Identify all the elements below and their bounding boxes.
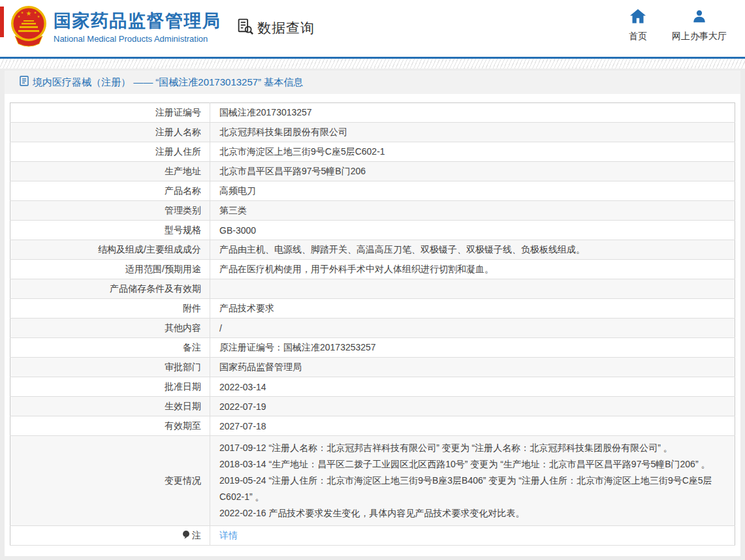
- table-row: 注册人名称 北京冠邦科技集团股份有限公司: [10, 123, 735, 142]
- row-label: 型号规格: [10, 221, 210, 240]
- row-value: 国械注准20173013257: [210, 103, 735, 123]
- table-row-note: 注 详情: [10, 526, 735, 546]
- document-icon: [20, 76, 29, 89]
- row-value: 第三类: [210, 201, 735, 221]
- row-label: 有效期至: [10, 416, 210, 436]
- row-label: 变更情况: [10, 436, 210, 526]
- row-label: 结构及组成/主要组成成分: [10, 240, 210, 260]
- row-value: 原注册证编号：国械注准20173253257: [210, 338, 735, 358]
- svg-text:★: ★: [18, 14, 21, 18]
- row-label: 生产地址: [10, 162, 210, 181]
- national-emblem-icon: ★ ★ ★ ★ ★: [10, 5, 48, 49]
- row-value: 产品技术要求: [210, 299, 735, 319]
- row-value: 2022-03-14: [210, 377, 735, 397]
- table-row: 产品名称 高频电刀: [10, 181, 735, 201]
- data-query-icon: [236, 18, 254, 38]
- detail-link[interactable]: 详情: [219, 530, 238, 540]
- row-label: 注册人名称: [10, 123, 210, 142]
- header-nav: 首页 网上办事大厅: [629, 9, 727, 42]
- table-row: 有效期至 2027-07-18: [10, 416, 735, 436]
- home-icon: [630, 9, 646, 26]
- agency-name-zh: 国家药品监督管理局: [54, 10, 221, 31]
- svg-text:★: ★: [37, 14, 40, 18]
- table-row: 适用范围/预期用途 产品在医疗机构使用，用于外科手术中对人体组织进行切割和凝血。: [10, 260, 735, 279]
- table-row: 批准日期 2022-03-14: [10, 377, 735, 397]
- page-title: 境内医疗器械（注册） —— “国械注准20173013257” 基本信息: [33, 76, 303, 89]
- row-value: 产品在医疗机构使用，用于外科手术中对人体组织进行切割和凝血。: [210, 260, 735, 279]
- row-label: 管理类别: [10, 201, 210, 221]
- row-label-text: 注: [192, 530, 201, 540]
- data-query-section[interactable]: 数据查询: [236, 18, 315, 38]
- row-label: 备注: [10, 338, 210, 358]
- nav-home[interactable]: 首页: [629, 9, 647, 42]
- table-row: 附件 产品技术要求: [10, 299, 735, 319]
- main-content: 境内医疗器械（注册） —— “国械注准20173013257” 基本信息 注册证…: [5, 70, 740, 556]
- row-value: 北京市昌平区昌平路97号5幢B门206: [210, 162, 735, 181]
- table-row: 生效日期 2022-07-19: [10, 397, 735, 416]
- table-row: 结构及组成/主要组成成分 产品由主机、电源线、脚踏开关、高温高压刀笔、双极镊子、…: [10, 240, 735, 260]
- row-value: GB-3000: [210, 221, 735, 240]
- svg-text:★: ★: [21, 10, 24, 14]
- row-value: 北京市海淀区上地三街9号C座5层C602-1: [210, 142, 735, 162]
- row-label: 注: [10, 526, 210, 546]
- table-row: 其他内容 /: [10, 319, 735, 338]
- row-label: 批准日期: [10, 377, 210, 397]
- row-label: 产品名称: [10, 181, 210, 201]
- agency-title-block: 国家药品监督管理局 National Medical Products Admi…: [54, 10, 221, 44]
- user-icon: [692, 9, 706, 26]
- svg-text:★: ★: [26, 10, 32, 17]
- row-label: 注册证编号: [10, 103, 210, 123]
- page-header: ★ ★ ★ ★ ★ 国家药品监督管理局 National Medical Pro…: [0, 0, 745, 59]
- table-row: 生产地址 北京市昌平区昌平路97号5幢B门206: [10, 162, 735, 181]
- row-value: 北京冠邦科技集团股份有限公司: [210, 123, 735, 142]
- row-value: [210, 279, 735, 299]
- row-label: 产品储存条件及有效期: [10, 279, 210, 299]
- hatch-decoration-band: [0, 59, 745, 69]
- row-value: /: [210, 319, 735, 338]
- row-value: 产品由主机、电源线、脚踏开关、高温高压刀笔、双极镊子、双极镊子线、负极板线组成。: [210, 240, 735, 260]
- breadcrumb-bar: 境内医疗器械（注册） —— “国械注准20173013257” 基本信息: [5, 70, 740, 94]
- row-label: 适用范围/预期用途: [10, 260, 210, 279]
- table-row: 注册证编号 国械注准20173013257: [10, 103, 735, 123]
- nav-online-hall[interactable]: 网上办事大厅: [672, 9, 727, 42]
- row-label: 生效日期: [10, 397, 210, 416]
- data-query-label: 数据查询: [257, 19, 315, 37]
- nav-online-hall-label: 网上办事大厅: [672, 31, 727, 42]
- row-label: 其他内容: [10, 319, 210, 338]
- table-row: 审批部门 国家药品监督管理局: [10, 358, 735, 377]
- row-value: 高频电刀: [210, 181, 735, 201]
- national-emblem-logo: ★ ★ ★ ★ ★: [10, 5, 48, 52]
- row-value: 2027-07-18: [210, 416, 735, 436]
- table-row-change-history: 变更情况 2017-09-12 “注册人名称：北京冠邦吉祥科技有限公司” 变更为…: [10, 436, 735, 526]
- row-label: 注册人住所: [10, 142, 210, 162]
- row-value: 详情: [210, 526, 735, 546]
- table-row: 管理类别 第三类: [10, 201, 735, 221]
- row-value: 2017-09-12 “注册人名称：北京冠邦吉祥科技有限公司” 变更为 “注册人…: [210, 436, 735, 526]
- row-value: 国家药品监督管理局: [210, 358, 735, 377]
- row-value: 2022-07-19: [210, 397, 735, 416]
- registration-detail-table: 注册证编号 国械注准20173013257 注册人名称 北京冠邦科技集团股份有限…: [10, 102, 735, 546]
- table-row: 注册人住所 北京市海淀区上地三街9号C座5层C602-1: [10, 142, 735, 162]
- nav-home-label: 首页: [629, 31, 647, 42]
- red-edge-strip: [0, 7, 4, 37]
- note-icon: [182, 530, 190, 542]
- row-label: 附件: [10, 299, 210, 319]
- table-row: 备注 原注册证编号：国械注准20173253257: [10, 338, 735, 358]
- table-row: 产品储存条件及有效期: [10, 279, 735, 299]
- agency-name-en: National Medical Products Administration: [54, 34, 221, 44]
- row-label: 审批部门: [10, 358, 210, 377]
- table-row: 型号规格 GB-3000: [10, 221, 735, 240]
